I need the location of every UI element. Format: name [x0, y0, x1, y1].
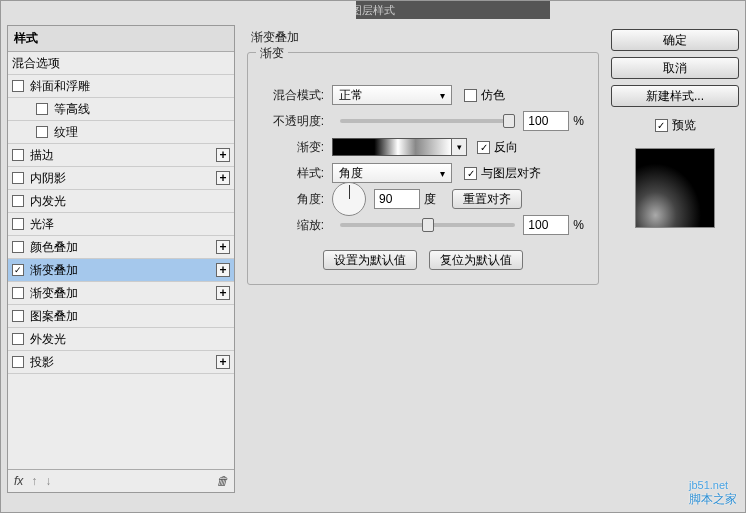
checkbox[interactable] — [12, 264, 24, 276]
checkbox[interactable] — [12, 218, 24, 230]
reset-default-button[interactable]: 复位为默认值 — [429, 250, 523, 270]
fx-icon[interactable]: fx — [14, 474, 23, 488]
style-item-drop-shadow[interactable]: 投影+ — [8, 351, 234, 374]
checkbox[interactable] — [12, 195, 24, 207]
preview-label: 预览 — [672, 117, 696, 134]
reverse-label: 反向 — [494, 139, 518, 156]
ok-button[interactable]: 确定 — [611, 29, 739, 51]
style-item-color-overlay[interactable]: 颜色叠加+ — [8, 236, 234, 259]
cancel-button[interactable]: 取消 — [611, 57, 739, 79]
style-item-inner-glow[interactable]: 内发光 — [8, 190, 234, 213]
checkbox[interactable] — [36, 126, 48, 138]
opacity-input[interactable] — [523, 111, 569, 131]
add-icon[interactable]: + — [216, 355, 230, 369]
scale-label: 缩放: — [262, 217, 324, 234]
opacity-label: 不透明度: — [262, 113, 324, 130]
add-icon[interactable]: + — [216, 286, 230, 300]
style-item-texture[interactable]: 纹理 — [8, 121, 234, 144]
checkbox[interactable] — [12, 333, 24, 345]
align-label: 与图层对齐 — [481, 165, 541, 182]
blend-options-row[interactable]: 混合选项 — [8, 52, 234, 75]
new-style-button[interactable]: 新建样式... — [611, 85, 739, 107]
add-icon[interactable]: + — [216, 171, 230, 185]
angle-label: 角度: — [262, 191, 324, 208]
trash-icon[interactable]: 🗑 — [216, 474, 228, 488]
style-label: 样式: — [262, 165, 324, 182]
styles-header[interactable]: 样式 — [8, 26, 234, 52]
preview-checkbox[interactable] — [655, 119, 668, 132]
layer-style-dialog: 图层样式 样式 混合选项 斜面和浮雕 等高线 纹理 描边+ 内阴影+ 内发光 光… — [0, 0, 746, 513]
style-item-stroke[interactable]: 描边+ — [8, 144, 234, 167]
add-icon[interactable]: + — [216, 148, 230, 162]
gradient-fieldset: 渐变 混合模式: 正常▾ 仿色 不透明度: % 渐变: — [247, 52, 599, 285]
checkbox[interactable] — [12, 172, 24, 184]
add-icon[interactable]: + — [216, 240, 230, 254]
preview-thumbnail — [635, 148, 715, 228]
checkbox[interactable] — [36, 103, 48, 115]
chevron-down-icon: ▾ — [440, 168, 445, 179]
checkbox[interactable] — [12, 149, 24, 161]
dither-checkbox[interactable] — [464, 89, 477, 102]
angle-input[interactable] — [374, 189, 420, 209]
titlebar-left-bg — [1, 1, 356, 19]
styles-footer: fx ↑ ↓ 🗑 — [8, 469, 234, 492]
checkbox[interactable] — [12, 310, 24, 322]
styles-list-panel: 样式 混合选项 斜面和浮雕 等高线 纹理 描边+ 内阴影+ 内发光 光泽 颜色叠… — [7, 25, 235, 493]
titlebar-right-bg — [550, 1, 745, 19]
arrow-down-icon[interactable]: ↓ — [45, 474, 51, 488]
scale-input[interactable] — [523, 215, 569, 235]
checkbox[interactable] — [12, 287, 24, 299]
checkbox[interactable] — [12, 356, 24, 368]
style-item-pattern-overlay[interactable]: 图案叠加 — [8, 305, 234, 328]
settings-panel: 渐变叠加 渐变 混合模式: 正常▾ 仿色 不透明度: % 渐变: — [241, 25, 605, 493]
watermark: jb51.net 脚本之家 — [689, 479, 737, 508]
reset-align-button[interactable]: 重置对齐 — [452, 189, 522, 209]
style-select[interactable]: 角度▾ — [332, 163, 452, 183]
style-item-gradient-overlay[interactable]: 渐变叠加+ — [8, 259, 234, 282]
align-checkbox[interactable] — [464, 167, 477, 180]
style-item-satin[interactable]: 光泽 — [8, 213, 234, 236]
blend-mode-label: 混合模式: — [262, 87, 324, 104]
style-item-outer-glow[interactable]: 外发光 — [8, 328, 234, 351]
style-item-bevel[interactable]: 斜面和浮雕 — [8, 75, 234, 98]
dither-label: 仿色 — [481, 87, 505, 104]
make-default-button[interactable]: 设置为默认值 — [323, 250, 417, 270]
gradient-preview[interactable] — [332, 138, 452, 156]
scale-slider[interactable] — [340, 223, 515, 227]
blend-mode-select[interactable]: 正常▾ — [332, 85, 452, 105]
style-item-inner-shadow[interactable]: 内阴影+ — [8, 167, 234, 190]
opacity-slider[interactable] — [340, 119, 515, 123]
angle-dial[interactable] — [332, 182, 366, 216]
gradient-label: 渐变: — [262, 139, 324, 156]
action-panel: 确定 取消 新建样式... 预览 — [611, 25, 739, 493]
reverse-checkbox[interactable] — [477, 141, 490, 154]
checkbox[interactable] — [12, 80, 24, 92]
chevron-down-icon: ▾ — [440, 90, 445, 101]
style-item-contour[interactable]: 等高线 — [8, 98, 234, 121]
arrow-up-icon[interactable]: ↑ — [31, 474, 37, 488]
add-icon[interactable]: + — [216, 263, 230, 277]
fieldset-legend: 渐变 — [256, 45, 288, 62]
gradient-dropdown[interactable]: ▾ — [451, 138, 467, 156]
panel-title: 渐变叠加 — [251, 29, 599, 46]
style-item-gradient-overlay-2[interactable]: 渐变叠加+ — [8, 282, 234, 305]
checkbox[interactable] — [12, 241, 24, 253]
